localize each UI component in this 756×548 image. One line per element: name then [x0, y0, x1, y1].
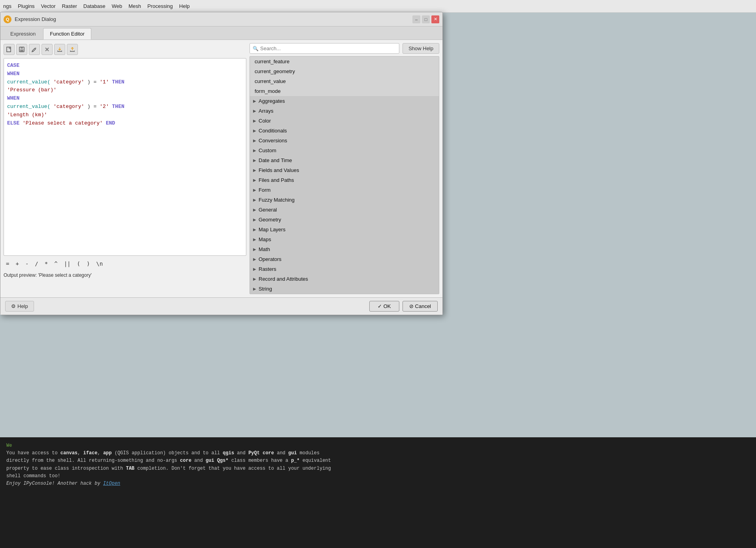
menu-item-raster[interactable]: Raster — [62, 3, 77, 9]
code-editor[interactable]: CASE WHEN current_value( 'category' ) = … — [4, 58, 246, 256]
keyword-then-1: THEN — [109, 79, 124, 85]
arrow-form-icon: ▶ — [253, 188, 256, 192]
minimize-button[interactable]: – — [412, 15, 420, 23]
category-operators-label: Operators — [259, 256, 282, 262]
category-custom-label: Custom — [259, 147, 276, 153]
str-category-2: 'category' — [50, 104, 84, 110]
edit-button[interactable] — [29, 44, 40, 55]
menu-bar: ngs Plugins Vector Raster Database Web M… — [0, 0, 756, 13]
category-general-label: General — [259, 207, 277, 213]
category-map-layers[interactable]: ▶ Map Layers — [250, 225, 439, 234]
arrow-math-icon: ▶ — [253, 247, 256, 251]
fn-item-form-mode[interactable]: form_mode — [250, 86, 439, 96]
category-string[interactable]: ▶ String — [250, 284, 439, 294]
op-divide-btn[interactable]: / — [33, 260, 40, 268]
arrow-custom-icon: ▶ — [253, 148, 256, 153]
cancel-button[interactable]: ⊘ Cancel — [403, 301, 438, 312]
fn-current-value-1: current_value( — [7, 79, 50, 85]
help-icon: ⚙ — [11, 303, 16, 309]
import-button[interactable] — [54, 44, 65, 55]
code-line-7: 'Length (km)' — [7, 111, 243, 119]
category-files-paths[interactable]: ▶ Files and Paths — [250, 175, 439, 185]
show-help-button[interactable]: Show Help — [403, 43, 439, 54]
category-fields-values[interactable]: ▶ Fields and Values — [250, 165, 439, 175]
fn-item-current-geometry[interactable]: current_geometry — [250, 66, 439, 76]
menu-item-help[interactable]: Help — [179, 3, 190, 9]
menu-item-mesh[interactable]: Mesh — [129, 3, 141, 9]
category-geometry[interactable]: ▶ Geometry — [250, 215, 439, 225]
footer-right: ✓ OK ⊘ Cancel — [369, 301, 438, 312]
close-button[interactable]: ✕ — [431, 15, 439, 23]
tab-function-editor[interactable]: Function Editor — [43, 28, 91, 40]
op-concat-btn[interactable]: || — [62, 260, 72, 268]
category-form[interactable]: ▶ Form — [250, 185, 439, 195]
maximize-button[interactable]: □ — [422, 15, 430, 23]
svg-rect-2 — [21, 47, 23, 49]
arrow-operators-icon: ▶ — [253, 257, 256, 261]
menu-item-processing[interactable]: Processing — [147, 3, 173, 9]
new-file-button[interactable] — [4, 44, 15, 55]
tab-bar: Expression Function Editor — [0, 26, 442, 40]
category-conversions[interactable]: ▶ Conversions — [250, 136, 439, 146]
output-preview: Output preview: 'Please select a categor… — [4, 272, 246, 279]
export-button[interactable] — [67, 44, 78, 55]
menu-item-plugins[interactable]: Plugins — [18, 3, 35, 9]
category-geometry-label: Geometry — [259, 217, 281, 223]
category-general[interactable]: ▶ General — [250, 205, 439, 215]
str-category-1: 'category' — [50, 79, 84, 85]
arrow-conversions-icon: ▶ — [253, 138, 256, 143]
search-input[interactable] — [249, 43, 399, 54]
dialog-title: Expression Dialog — [15, 16, 56, 22]
category-conditionals[interactable]: ▶ Conditionals — [250, 126, 439, 136]
op-close-paren-btn[interactable]: ) — [85, 260, 91, 268]
console-gui: gui — [288, 450, 297, 456]
category-rasters[interactable]: ▶ Rasters — [250, 264, 439, 274]
op-plus-btn[interactable]: + — [14, 260, 20, 268]
fn-label-form-mode: form_mode — [255, 88, 281, 94]
category-arrays[interactable]: ▶ Arrays — [250, 106, 439, 116]
ok-button[interactable]: ✓ OK — [369, 301, 399, 312]
console-itopen-link[interactable]: ItOpen — [103, 481, 120, 486]
keyword-end: END — [103, 120, 115, 126]
dialog-footer: ⚙ Help ✓ OK ⊘ Cancel — [0, 297, 442, 315]
menu-item-vector[interactable]: Vector — [41, 3, 56, 9]
menu-item-database[interactable]: Database — [83, 3, 106, 9]
function-list[interactable]: current_feature current_geometry current… — [249, 56, 439, 294]
category-fuzzy-matching[interactable]: ▶ Fuzzy Matching — [250, 195, 439, 205]
category-map-layers-label: Map Layers — [259, 227, 285, 232]
fn-label-current-geometry: current_geometry — [255, 68, 295, 74]
tab-expression[interactable]: Expression — [4, 28, 42, 40]
console-area: We You have access to canvas, iface, app… — [0, 437, 756, 548]
op-caret-btn[interactable]: ^ — [53, 260, 59, 268]
category-maps[interactable]: ▶ Maps — [250, 234, 439, 244]
console-line-label: We — [6, 442, 750, 450]
fn-current-value-2: current_value( — [7, 104, 50, 110]
delete-button[interactable] — [42, 44, 53, 55]
category-date-time-label: Date and Time — [259, 157, 292, 163]
arrow-date-time-icon: ▶ — [253, 158, 256, 163]
op-open-paren-btn[interactable]: ( — [75, 260, 81, 268]
category-aggregates[interactable]: ▶ Aggregates — [250, 96, 439, 106]
op-minus-btn[interactable]: - — [24, 260, 30, 268]
fn-label-current-value: current_value — [255, 78, 286, 84]
help-button[interactable]: ⚙ Help — [5, 301, 34, 312]
op-newline-btn[interactable]: \n — [94, 260, 104, 268]
category-math[interactable]: ▶ Math — [250, 244, 439, 254]
menu-item-web[interactable]: Web — [112, 3, 122, 9]
category-record-attributes[interactable]: ▶ Record and Attributes — [250, 274, 439, 284]
fn-item-current-value[interactable]: current_value — [250, 76, 439, 86]
arrow-rasters-icon: ▶ — [253, 267, 256, 271]
category-custom[interactable]: ▶ Custom — [250, 146, 439, 155]
console-core: core — [180, 458, 191, 463]
menu-item-ngs[interactable]: ngs — [3, 3, 11, 9]
str-pressure: 'Pressure (bar)' — [7, 87, 57, 93]
category-aggregates-label: Aggregates — [259, 98, 285, 104]
op-multiply-btn[interactable]: * — [43, 260, 49, 268]
fn-item-current-feature[interactable]: current_feature — [250, 57, 439, 66]
save-button[interactable] — [16, 44, 27, 55]
category-color[interactable]: ▶ Color — [250, 116, 439, 126]
category-date-time[interactable]: ▶ Date and Time — [250, 155, 439, 165]
console-gui-qgs: gui Qgs* — [206, 458, 229, 463]
category-operators[interactable]: ▶ Operators — [250, 254, 439, 264]
op-equals-btn[interactable]: = — [4, 260, 11, 268]
